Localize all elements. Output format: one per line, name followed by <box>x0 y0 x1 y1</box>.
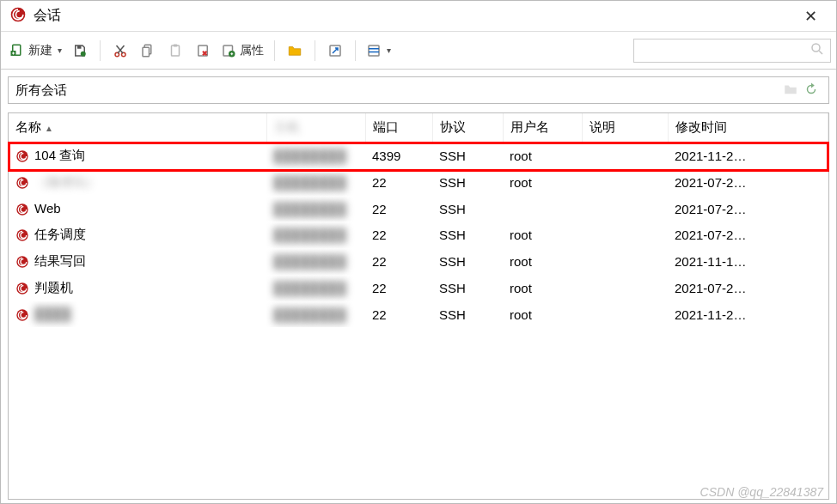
chevron-down-icon: ▾ <box>58 46 62 55</box>
table-row[interactable]: 104 查询████████4399SSHroot2021-11-2… <box>9 143 828 170</box>
cell-port: 22 <box>365 169 432 196</box>
session-icon <box>15 228 29 242</box>
titlebar: 会话 ✕ <box>1 1 836 32</box>
cell-user: root <box>503 143 582 170</box>
session-icon <box>15 203 29 216</box>
separator <box>315 40 315 61</box>
chevron-down-icon: ▾ <box>387 46 391 55</box>
path-bar[interactable]: 所有会话 <box>8 76 829 104</box>
col-mtime[interactable]: 修改时间 <box>668 113 828 143</box>
session-icon <box>15 149 29 163</box>
col-user[interactable]: 用户名 <box>503 113 582 143</box>
cell-proto: SSH <box>432 222 503 248</box>
session-icon <box>15 282 29 295</box>
cell-mtime: 2021-07-2… <box>668 169 828 196</box>
cut-icon <box>113 43 128 58</box>
cell-host: ████████ <box>273 175 346 190</box>
col-desc[interactable]: 说明 <box>582 113 668 143</box>
cell-user: root <box>503 275 582 301</box>
cell-name: （随便玩） <box>34 174 99 189</box>
cell-name: 任务调度 <box>34 227 86 241</box>
window-title: 会话 <box>34 7 793 25</box>
content-area: 所有会话 名称▲ 主机 端口 协议 用户 <box>1 70 836 503</box>
search-box[interactable] <box>633 39 831 63</box>
search-icon <box>810 41 825 60</box>
paste-icon <box>168 43 183 58</box>
properties-icon <box>221 43 236 58</box>
table-row[interactable]: 任务调度████████22SSHroot2021-07-2… <box>9 222 828 248</box>
copy-icon <box>140 43 156 58</box>
shortcut-button[interactable] <box>322 38 348 64</box>
table-row[interactable]: 判题机████████22SSHroot2021-07-2… <box>9 275 828 301</box>
session-icon <box>15 176 29 190</box>
save-icon <box>72 43 88 58</box>
svg-point-4 <box>81 51 86 56</box>
delete-button[interactable] <box>190 38 216 64</box>
cell-proto: SSH <box>432 143 503 170</box>
cell-desc <box>582 196 668 222</box>
cell-mtime: 2021-07-2… <box>668 222 828 248</box>
cell-host: ████████ <box>273 254 346 269</box>
cell-user <box>503 196 582 222</box>
column-header-row: 名称▲ 主机 端口 协议 用户名 说明 修改时间 <box>9 113 828 143</box>
cell-desc <box>582 143 668 170</box>
shortcut-icon <box>327 43 343 58</box>
refresh-icon[interactable] <box>801 82 822 100</box>
col-proto[interactable]: 协议 <box>432 113 503 143</box>
search-input[interactable] <box>639 43 810 58</box>
cell-port: 22 <box>365 196 432 222</box>
cell-user: root <box>503 169 582 196</box>
cell-host: ████████ <box>273 149 346 163</box>
cell-mtime: 2021-11-2… <box>668 301 828 327</box>
svg-rect-8 <box>143 47 150 57</box>
folder-tree-icon[interactable] <box>780 82 801 100</box>
sessions-window: 会话 ✕ 新建 ▾ 属性 <box>0 0 837 504</box>
svg-point-16 <box>812 44 820 52</box>
cell-desc <box>582 301 668 327</box>
view-icon <box>366 43 382 58</box>
col-host[interactable]: 主机 <box>266 113 365 143</box>
close-button[interactable]: ✕ <box>793 7 828 26</box>
new-session-label: 新建 <box>28 43 52 58</box>
table-row[interactable]: Web████████22SSH2021-07-2… <box>9 196 828 222</box>
table-row[interactable]: ████████████22SSHroot2021-11-2… <box>9 301 828 327</box>
save-button[interactable] <box>67 38 93 64</box>
new-doc-icon <box>9 43 25 58</box>
cell-mtime: 2021-07-2… <box>668 275 828 301</box>
cell-desc <box>582 275 668 301</box>
view-mode-button[interactable]: ▾ <box>363 38 394 64</box>
table-row[interactable]: （随便玩）████████22SSHroot2021-07-2… <box>9 169 828 196</box>
cell-host: ████████ <box>273 281 346 295</box>
app-icon <box>9 6 27 27</box>
new-folder-button[interactable] <box>282 38 308 64</box>
cell-user: root <box>503 248 582 275</box>
separator <box>274 40 275 61</box>
cell-name: 判题机 <box>34 280 73 295</box>
cell-proto: SSH <box>432 169 503 196</box>
session-icon <box>15 255 29 269</box>
cell-user: root <box>503 301 582 327</box>
table-row[interactable]: 结果写回████████22SSHroot2021-11-1… <box>9 248 828 275</box>
col-name[interactable]: 名称▲ <box>9 113 266 143</box>
cell-name: 104 查询 <box>34 148 85 162</box>
cell-port: 22 <box>365 222 432 248</box>
cell-host: ████████ <box>273 202 346 216</box>
cell-desc <box>582 222 668 248</box>
col-port[interactable]: 端口 <box>365 113 432 143</box>
cell-proto: SSH <box>432 301 503 327</box>
cell-proto: SSH <box>432 275 503 301</box>
new-session-button[interactable]: 新建 ▾ <box>6 38 65 64</box>
cell-port: 4399 <box>365 143 432 170</box>
separator <box>355 40 356 61</box>
cell-proto: SSH <box>432 248 503 275</box>
properties-button[interactable]: 属性 <box>217 38 267 64</box>
cell-host: ████████ <box>273 228 346 242</box>
properties-label: 属性 <box>240 43 264 58</box>
cut-button[interactable] <box>107 38 133 64</box>
copy-button[interactable] <box>135 38 161 64</box>
cell-port: 22 <box>365 301 432 327</box>
paste-button[interactable] <box>162 38 188 64</box>
svg-rect-3 <box>77 46 82 49</box>
session-icon <box>15 308 29 322</box>
path-text: 所有会话 <box>15 82 67 99</box>
